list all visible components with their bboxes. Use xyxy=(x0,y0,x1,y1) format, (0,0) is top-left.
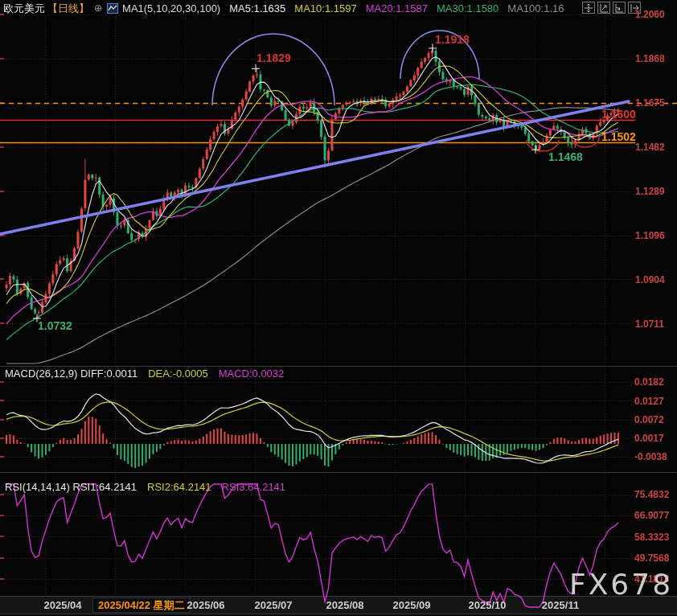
macd-readout: MACD:0.0032 xyxy=(219,368,285,380)
rsi-header: RSI(14,14,14) RSI1:64.2141 RSI2:64.2141 … xyxy=(5,481,296,494)
date-axis-label: 2025/09 xyxy=(390,599,433,612)
rsi-axis-label: 66.9077 xyxy=(634,509,677,522)
swing-high-annotation: 1.1829 xyxy=(256,52,291,64)
period-label[interactable]: 【日线】 xyxy=(47,2,89,15)
ma100-readout: MA100:1.16 xyxy=(507,2,564,15)
rsi3-readout: RSI3:64.2141 xyxy=(222,481,286,494)
date-axis-label: 2025/04 xyxy=(41,599,84,612)
mini-chart-icon[interactable] xyxy=(107,3,118,14)
price-axis-label: 1.1289 xyxy=(635,185,677,198)
price-axis-label: 1.1482 xyxy=(635,141,677,154)
date-axis-label: 2025/07 xyxy=(252,599,295,612)
price-axis-label: 1.1096 xyxy=(635,229,677,242)
chart-canvas[interactable] xyxy=(0,0,677,616)
macd-header: MACD(26,12,9) DIFF:0.0011 DEA:-0.0005 MA… xyxy=(5,368,294,380)
move-crosshair-icon[interactable] xyxy=(582,2,595,14)
swing-low-annotation: 1.1468 xyxy=(548,151,583,162)
ma-settings-label: MA1(5,10,20,30,100) xyxy=(122,2,220,15)
ma20-readout: MA20:1.1587 xyxy=(366,2,428,15)
date-axis-label: 2025/10 xyxy=(466,599,509,612)
swing-high-annotation: 1.1918 xyxy=(435,34,470,45)
rsi-axis-label: 49.7568 xyxy=(634,552,677,565)
macd-axis-label: 0.0182 xyxy=(634,376,677,388)
chart-header: 欧元美元 【日线】 ⊕ MA1(5,10,20,30,100) MA5:1.16… xyxy=(3,2,564,15)
selected-date-label: 2025/04/22 星期二 xyxy=(92,598,191,613)
chart-app: 欧元美元 【日线】 ⊕ MA1(5,10,20,30,100) MA5:1.16… xyxy=(0,0,677,616)
macd-dea-readout: DEA:-0.0005 xyxy=(148,368,207,380)
ma30-readout: MA30:1.1580 xyxy=(437,2,499,15)
macd-axis-label: -0.0038 xyxy=(634,450,677,463)
price-axis-label: 1.0711 xyxy=(635,318,677,331)
rsi2-readout: RSI2:64.2141 xyxy=(147,481,211,494)
price-axis-label: 1.1868 xyxy=(635,52,677,65)
price-axis-label: 1.2060 xyxy=(635,8,677,21)
rsi-axis-label: 58.3323 xyxy=(634,531,677,544)
swing-low-annotation: 1.0732 xyxy=(38,320,72,331)
resistance-level-label: 1.1600 xyxy=(601,109,636,120)
axis-scale-right-icon[interactable] xyxy=(613,2,626,14)
date-axis-label: 2025/06 xyxy=(184,599,228,612)
rsi1-readout: RSI(14,14,14) RSI1:64.2141 xyxy=(5,481,137,494)
settings-icon[interactable]: ⊕ xyxy=(94,2,102,15)
price-axis-label: 1.1675 xyxy=(635,97,677,109)
macd-axis-label: 0.0127 xyxy=(634,395,677,408)
support-level-label: 1.1502 xyxy=(601,131,636,142)
ma5-readout: MA5:1.1635 xyxy=(229,2,285,15)
price-axis-label: 1.0904 xyxy=(635,273,677,286)
toolbar xyxy=(582,2,641,14)
watermark: FX678 xyxy=(569,570,673,599)
date-axis-label: 2025/08 xyxy=(323,599,367,612)
axis-scale-up-icon[interactable] xyxy=(597,2,610,14)
ma10-readout: MA10:1.1597 xyxy=(294,2,356,15)
symbol-name: 欧元美元 xyxy=(3,2,45,15)
macd-diff-readout: MACD(26,12,9) DIFF:0.0011 xyxy=(5,368,137,380)
macd-axis-label: 0.0017 xyxy=(634,432,677,445)
rsi-axis-label: 75.4832 xyxy=(634,488,677,501)
macd-axis-label: 0.0072 xyxy=(634,413,677,426)
date-axis-label: 2025/11 xyxy=(539,599,582,612)
